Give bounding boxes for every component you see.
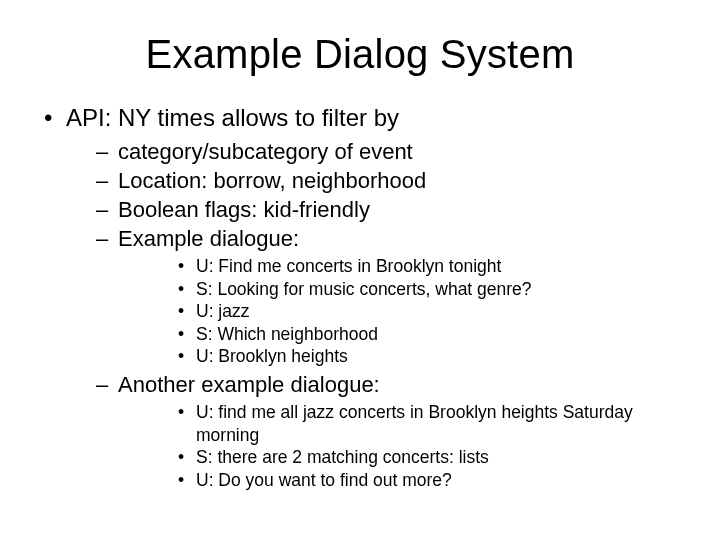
list-item-text: S: there are 2 matching concerts: lists bbox=[196, 447, 489, 467]
list-item-text: U: Find me concerts in Brooklyn tonight bbox=[196, 256, 501, 276]
list-item: U: Brooklyn heights bbox=[118, 345, 680, 367]
list-item: API: NY times allows to filter by catego… bbox=[40, 103, 680, 491]
list-item: Location: borrow, neighborhood bbox=[66, 167, 680, 195]
list-item: Example dialogue: U: Find me concerts in… bbox=[66, 225, 680, 367]
list-item-text: S: Looking for music concerts, what genr… bbox=[196, 279, 532, 299]
bullet-list-level1: API: NY times allows to filter by catego… bbox=[40, 103, 680, 491]
bullet-list-level2: category/subcategory of event Location: … bbox=[66, 138, 680, 491]
list-item: Boolean flags: kid-friendly bbox=[66, 196, 680, 224]
list-item-text: U: Do you want to find out more? bbox=[196, 470, 452, 490]
list-item: Another example dialogue: U: find me all… bbox=[66, 371, 680, 491]
list-item: U: Find me concerts in Brooklyn tonight bbox=[118, 255, 680, 277]
slide-title: Example Dialog System bbox=[40, 32, 680, 77]
list-item: S: Which neighborhood bbox=[118, 323, 680, 345]
list-item: U: Do you want to find out more? bbox=[118, 469, 680, 491]
list-item: U: jazz bbox=[118, 300, 680, 322]
list-item-text: Boolean flags: kid-friendly bbox=[118, 197, 370, 222]
list-item-text: S: Which neighborhood bbox=[196, 324, 378, 344]
list-item-text: U: find me all jazz concerts in Brooklyn… bbox=[196, 402, 633, 444]
list-item-text: Location: borrow, neighborhood bbox=[118, 168, 426, 193]
list-item: S: Looking for music concerts, what genr… bbox=[118, 278, 680, 300]
bullet-list-level3: U: Find me concerts in Brooklyn tonight … bbox=[118, 255, 680, 367]
list-item: U: find me all jazz concerts in Brooklyn… bbox=[118, 401, 680, 446]
slide: Example Dialog System API: NY times allo… bbox=[0, 0, 720, 540]
list-item: category/subcategory of event bbox=[66, 138, 680, 166]
list-item-text: Another example dialogue: bbox=[118, 372, 380, 397]
list-item-text: Example dialogue: bbox=[118, 226, 299, 251]
list-item-text: API: NY times allows to filter by bbox=[66, 104, 399, 131]
list-item: S: there are 2 matching concerts: lists bbox=[118, 446, 680, 468]
list-item-text: U: Brooklyn heights bbox=[196, 346, 348, 366]
list-item-text: U: jazz bbox=[196, 301, 249, 321]
bullet-list-level3: U: find me all jazz concerts in Brooklyn… bbox=[118, 401, 680, 491]
list-item-text: category/subcategory of event bbox=[118, 139, 413, 164]
